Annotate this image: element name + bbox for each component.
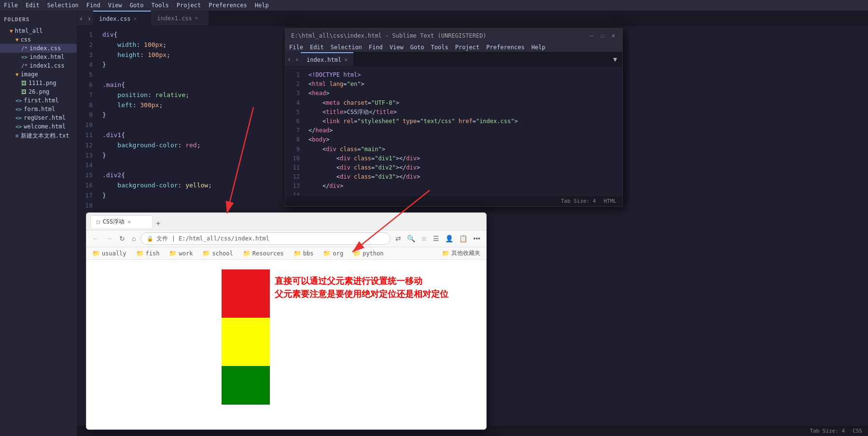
folder-icon: 📁 [323,250,331,257]
menu-tools[interactable]: Tools [152,2,169,9]
close-browser-tab-icon[interactable]: ✕ [127,219,131,225]
menu-tools[interactable]: Tools [431,44,448,51]
sidebar-item-css[interactable]: ▼ css [0,35,77,44]
window2-code[interactable]: 12345 678910 111213141516 <!DOCTYPE html… [285,67,622,196]
bookmark-label: bbs [303,250,314,257]
menu-goto[interactable]: Goto [130,2,144,9]
sidebar-item-index-css[interactable]: /* index.css [0,44,77,53]
close-tab-icon[interactable]: ✕ [344,56,348,63]
close-button[interactable]: ✕ [610,32,616,39]
menu-find[interactable]: Find [369,44,383,51]
back-button[interactable]: ← [90,234,101,243]
reload-button[interactable]: ↻ [117,234,127,243]
menu-preferences[interactable]: Preferences [209,2,247,9]
lock-icon: 🔒 [147,236,154,242]
folder-icon: 📁 [353,250,361,257]
green-box [222,366,270,405]
tab-nav-next[interactable]: › [293,52,301,66]
tab-size: Tab Size: 4 [561,198,596,204]
readingview-button[interactable]: ☰ [431,234,441,243]
tab-index1-css[interactable]: index1.css ✕ [151,11,209,26]
sidebar-item-26-png[interactable]: 🖼 26.png [0,87,77,96]
menu-project[interactable]: Project [455,44,480,51]
sidebar-item-form-html[interactable]: <> form.html [0,105,77,113]
menu-edit[interactable]: Edit [26,2,40,9]
folder-icon: ▼ [15,37,19,43]
folder-icon: 📁 [136,250,144,257]
window2-tab-bar: ‹ › index.html ✕ ▼ [285,52,622,67]
menu-project[interactable]: Project [177,2,201,9]
url-text: 文件 | E:/html_all/css/index.html [156,235,269,243]
tab-dropdown[interactable]: ▼ [608,52,622,66]
bookmark-fish[interactable]: 📁 fish [134,249,162,257]
sidebar-item-label: css [21,36,31,43]
minimize-button[interactable]: ─ [588,32,595,39]
zoom-button[interactable]: 🔍 [405,234,417,243]
close-tab-icon[interactable]: ✕ [133,15,137,22]
sidebar-item-html-all[interactable]: ▼ html_all [0,27,77,35]
menu-file[interactable]: File [4,2,18,9]
tab-nav-next[interactable]: › [85,11,94,26]
sidebar-item-index-html[interactable]: <> index.html [0,53,77,61]
menu-selection[interactable]: Selection [331,44,362,51]
bookmark-label: work [179,250,193,257]
menu-edit[interactable]: Edit [310,44,324,51]
editor-area: ‹ › index.css ✕ index1.css ✕ 12345 67891… [77,11,868,436]
bookmark-org[interactable]: 📁 org [321,249,345,257]
css-file-icon: /* [21,45,28,52]
bookmark-bbs[interactable]: 📁 bbs [292,249,316,257]
new-tab-button[interactable]: + [153,219,163,228]
sidebar-item-index1-css[interactable]: /* index1.css [0,61,77,70]
bookmark-resources[interactable]: 📁 Resources [241,249,286,257]
tab-nav-prev[interactable]: ‹ [77,11,85,26]
bookmark-school[interactable]: 📁 school [200,249,235,257]
bookmark-other[interactable]: 📁 其他收藏夹 [440,249,482,258]
top-menu-bar: File Edit Selection Find View Goto Tools… [0,0,868,11]
window2-tab-index-html[interactable]: index.html ✕ [301,52,353,66]
menu-help[interactable]: Help [255,2,269,9]
menu-selection[interactable]: Selection [47,2,79,9]
sidebar-item-label: index1.css [29,62,64,69]
maximize-button[interactable]: □ [599,32,606,39]
sidebar-item-image[interactable]: ▼ image [0,70,77,79]
menu-goto[interactable]: Goto [410,44,424,51]
folder-icon: 📁 [294,250,301,257]
collections-button[interactable]: 📋 [457,234,469,243]
bookmark-work[interactable]: 📁 work [167,249,195,257]
address-bar[interactable]: 🔒 文件 | E:/html_all/css/index.html [140,232,391,245]
browser-tab-active[interactable]: □ CSS浮动 ✕ [90,215,153,228]
favorites-button[interactable]: ☆ [419,234,429,243]
folder-icon: 📁 [442,250,449,257]
lang-label: HTML [604,198,617,204]
close-tab-icon[interactable]: ✕ [195,15,198,21]
sidebar-item-first-html[interactable]: <> first.html [0,96,77,105]
folder-icon: 📁 [169,250,177,257]
forward-button[interactable]: → [104,234,114,243]
home-button[interactable]: ⌂ [130,234,138,243]
tab-index-css[interactable]: index.css ✕ [93,11,151,26]
bookmark-usually[interactable]: 📁 usually [90,249,128,257]
menu-file[interactable]: File [289,44,303,51]
tab-nav-prev[interactable]: ‹ [285,52,293,66]
sidebar-item-welcome-html[interactable]: <> welcome.html [0,122,77,131]
menu-find[interactable]: Find [86,2,100,9]
menu-help[interactable]: Help [532,44,546,51]
bookmark-label: Resources [252,250,284,257]
tab-label: index1.css [157,15,192,22]
translate-button[interactable]: ⇄ [393,234,403,243]
menu-view[interactable]: View [108,2,122,9]
window2-titlebar: E:\html_all\css\index.html - Sublime Tex… [285,28,622,43]
more-button[interactable]: ••• [471,234,482,243]
bookmark-python[interactable]: 📁 python [351,249,385,257]
sidebar-item-txt[interactable]: ≡ 新建文本文档.txt [0,131,77,141]
color-boxes [222,269,270,405]
sidebar-item-reguser-html[interactable]: <> regUser.html [0,113,77,122]
red-box [222,269,270,318]
sidebar: FOLDERS ▼ html_all ▼ css /* index.css <>… [0,11,77,436]
tab-label: index.html [307,56,341,63]
profile-button[interactable]: 👤 [443,234,455,243]
sidebar-item-1111-png[interactable]: 🖼 1111.png [0,79,77,87]
annotation-line2: 父元素要注意是要使用绝对定位还是相对定位 [275,287,448,300]
menu-preferences[interactable]: Preferences [486,44,524,51]
menu-view[interactable]: View [390,44,404,51]
